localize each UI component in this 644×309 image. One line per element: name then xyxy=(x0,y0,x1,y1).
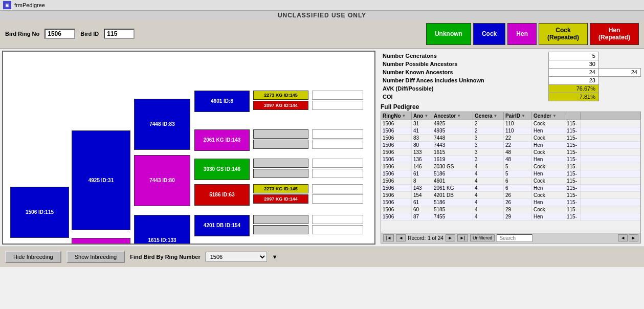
nav-last-btn[interactable]: ►| xyxy=(457,234,468,241)
pedigree-bird-dss[interactable]: 4201 DB ID:154 xyxy=(194,215,250,236)
table-row[interactable]: 15061361619348Hen115- xyxy=(381,156,640,163)
gen5-box-2[interactable] xyxy=(253,129,308,139)
gen5-box-0[interactable]: 2273 KG ID:145 xyxy=(253,91,308,100)
table-row[interactable]: 1506615186426Hen115- xyxy=(381,199,640,206)
table-row[interactable]: 15061432061 KG46Hen115- xyxy=(381,185,640,192)
full-pedigree-grid[interactable]: RingNo ▼ Ano ▼ Ancestor ▼ Genera ▼ PairI… xyxy=(381,112,641,244)
gen5-box-5[interactable] xyxy=(253,169,308,178)
title-bar: ▣ frmPedigree xyxy=(0,0,644,11)
grid-cell-4-6: 115- xyxy=(565,149,581,156)
grid-cell-8-0: 1506 xyxy=(381,178,412,184)
pedigree-bird-ssd[interactable]: 2061 KG ID:143 xyxy=(194,129,250,151)
find-bird-select[interactable]: 1506 xyxy=(206,252,267,262)
grid-cell-6-1: 146 xyxy=(412,163,432,170)
scroll-right-btn[interactable]: ► xyxy=(629,234,638,241)
pedigree-bird-ss[interactable]: 7448 ID:83 xyxy=(134,99,190,150)
avk-value: 76.67% xyxy=(548,84,598,93)
empty-box-0 xyxy=(312,91,363,100)
grid-cell-12-5: Cock xyxy=(532,206,565,213)
grid-cell-5-6: 115- xyxy=(565,156,581,163)
table-row[interactable]: 15063149252110Cock115- xyxy=(381,120,640,127)
grid-cell-13-4: 29 xyxy=(504,213,532,220)
grid-cell-8-5: Cock xyxy=(532,178,565,184)
grid-cell-5-4: 48 xyxy=(504,156,532,163)
bird-id-input[interactable] xyxy=(104,29,135,39)
col-ano: Ano ▼ xyxy=(412,112,432,120)
table-row[interactable]: 15061331615348Cock115- xyxy=(381,149,640,156)
gen5-box-1[interactable]: 2097 KG ID:144 xyxy=(253,101,308,110)
grid-cell-9-5: Hen xyxy=(532,185,565,191)
gen5-box-6[interactable]: 2273 KG ID:145 xyxy=(253,184,308,193)
legend-cock-repeated-btn[interactable]: Cock (Repeated) xyxy=(539,23,588,45)
table-row[interactable]: 1506605185429Cock115- xyxy=(381,206,640,213)
find-bird-label: Find Bird By Ring Number xyxy=(130,254,201,260)
grid-cell-10-0: 1506 xyxy=(381,192,412,198)
pedigree-bird-ds[interactable]: 1615 ID:133 xyxy=(134,215,190,245)
table-row[interactable]: 1506807443322Hen115- xyxy=(381,142,640,149)
grid-cell-9-3: 4 xyxy=(473,185,504,191)
pedigree-bird-sire[interactable]: 4925 ID:31 xyxy=(72,130,130,230)
grid-cell-9-1: 143 xyxy=(412,185,432,191)
bird-ring-no-input[interactable] xyxy=(45,29,75,39)
nav-next-btn[interactable]: ► xyxy=(446,234,455,241)
filter-badge: Unfiltered xyxy=(470,234,495,241)
pedigree-bird-dam[interactable]: 4935 ID:41 xyxy=(72,238,130,245)
grid-cell-10-5: Cock xyxy=(532,192,565,198)
grid-cell-9-0: 1506 xyxy=(381,185,412,191)
num-diff-value: 23 xyxy=(548,76,598,84)
gen5-box-9[interactable] xyxy=(253,225,308,234)
gen5-box-8[interactable] xyxy=(253,215,308,224)
grid-cell-1-3: 2 xyxy=(473,127,504,134)
table-row[interactable]: 15061463030 GS45Cock115- xyxy=(381,163,640,170)
empty-box-3 xyxy=(312,140,363,149)
grid-cell-10-6: 115- xyxy=(565,192,581,198)
toolbar: Bird Ring No Bird ID Unknown Cock Hen Co… xyxy=(0,20,644,49)
pedigree-bird-sss[interactable]: 4601 ID:8 xyxy=(194,91,250,112)
table-row[interactable]: 1506877455429Hen115- xyxy=(381,213,640,220)
gen5-box-3[interactable] xyxy=(253,140,308,149)
legend-unknown-btn[interactable]: Unknown xyxy=(426,23,471,45)
table-row[interactable]: 150661518645Hen115- xyxy=(381,170,640,178)
grid-cell-8-1: 8 xyxy=(412,178,432,184)
grid-cell-3-6: 115- xyxy=(565,142,581,148)
legend-hen-repeated-btn[interactable]: Hen (Repeated) xyxy=(590,23,639,45)
pedigree-bird-sdd[interactable]: 5186 ID:63 xyxy=(194,184,250,206)
grid-cell-12-6: 115- xyxy=(565,206,581,213)
empty-box-8 xyxy=(312,215,363,224)
scroll-left-btn[interactable]: ◄ xyxy=(618,234,628,241)
grid-cell-12-0: 1506 xyxy=(381,206,412,213)
grid-cell-7-0: 1506 xyxy=(381,170,412,177)
num-possible-value: 30 xyxy=(548,60,598,68)
show-inbreeding-btn[interactable]: Show Inbreeding xyxy=(66,251,125,263)
legend-cock-btn[interactable]: Cock xyxy=(473,23,505,45)
gen5-box-7[interactable]: 2097 KG ID:144 xyxy=(253,194,308,204)
legend-buttons: Unknown Cock Hen Cock (Repeated) Hen (Re… xyxy=(426,23,639,45)
grid-cell-6-3: 4 xyxy=(473,163,504,170)
nav-prev-btn[interactable]: ◄ xyxy=(396,234,406,241)
gen5-box-4[interactable] xyxy=(253,159,308,168)
grid-cell-1-5: Hen xyxy=(532,127,565,134)
hide-inbreeding-btn[interactable]: Hide Inbreeding xyxy=(5,251,61,263)
app-title: frmPedigree xyxy=(14,2,45,8)
col-pairid: PairID ▼ xyxy=(504,112,532,120)
legend-hen-btn[interactable]: Hen xyxy=(507,23,537,45)
pedigree-bird-sds[interactable]: 3030 GS ID:146 xyxy=(194,159,250,180)
nav-first-btn[interactable]: |◄ xyxy=(383,234,394,241)
grid-cell-5-1: 136 xyxy=(412,156,432,163)
table-row[interactable]: 15061544201 DB426Cock115- xyxy=(381,192,640,199)
grid-cell-10-4: 26 xyxy=(504,192,532,198)
pedigree-bird-root[interactable]: 1506 ID:115 xyxy=(10,187,69,238)
avk-label: AVK (Diff/Possible) xyxy=(381,84,548,93)
grid-cell-1-0: 1506 xyxy=(381,127,412,134)
table-row[interactable]: 15064149352110Hen115- xyxy=(381,127,640,135)
grid-cell-4-4: 48 xyxy=(504,149,532,156)
grid-body[interactable]: 15063149252110Cock115-15064149352110Hen1… xyxy=(381,120,640,233)
grid-cell-6-6: 115- xyxy=(565,163,581,170)
grid-cell-0-5: Cock xyxy=(532,120,565,127)
num-possible-label: Number Possible Ancestors xyxy=(381,60,548,68)
grid-cell-2-1: 83 xyxy=(412,135,432,141)
pedigree-bird-sd[interactable]: 7443 ID:80 xyxy=(134,155,190,206)
table-row[interactable]: 1506837448322Cock115- xyxy=(381,135,640,142)
grid-search-input[interactable] xyxy=(497,234,532,242)
table-row[interactable]: 15068460146Cock115- xyxy=(381,178,640,185)
